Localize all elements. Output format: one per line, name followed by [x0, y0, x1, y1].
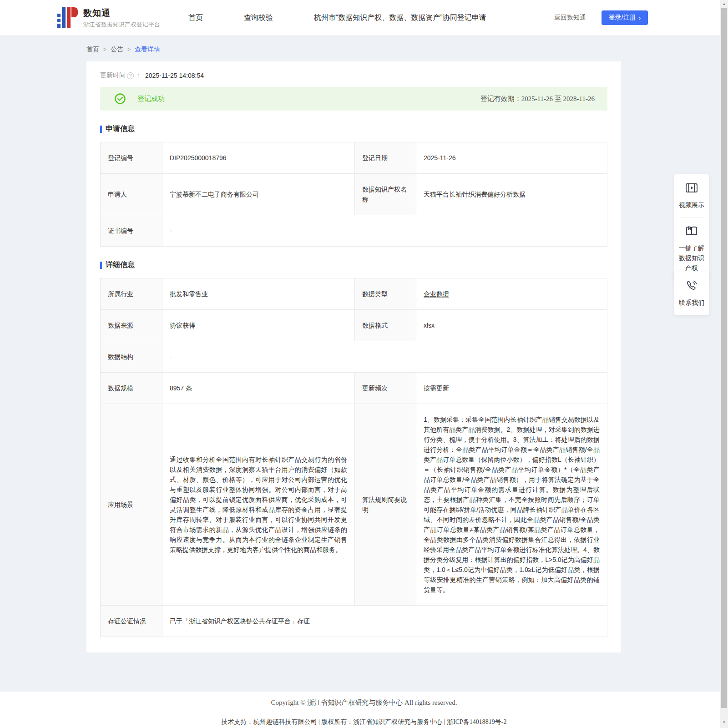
section-detail-info: 详细信息 [100, 260, 607, 270]
scenario-label: 应用场景 [101, 404, 162, 606]
data-source-label: 数据来源 [101, 310, 162, 341]
book-icon [685, 225, 698, 238]
table-row: 数据来源 协议获得 数据格式 xlsx [101, 310, 607, 341]
data-scale-value: 8957 条 [162, 373, 355, 404]
contact-us-button[interactable]: 联系我们 [677, 279, 706, 308]
logo[interactable]: 数知通 浙江省数据知识产权登记平台 [57, 7, 160, 29]
reg-no-value: DIP2025000018796 [162, 142, 355, 174]
breadcrumb-home[interactable]: 首页 [86, 46, 99, 54]
apply-info-table: 登记编号 DIP2025000018796 登记日期 2025-11-26 申请… [100, 142, 607, 247]
update-time-value: 2025-11-25 14:08:54 [145, 72, 204, 79]
data-structure-value: - [162, 341, 607, 373]
notary-value: 已于「浙江省知识产权区块链公共存证平台」存证 [162, 606, 607, 637]
data-type-value-cell: 企业数据 [416, 278, 607, 310]
video-icon [685, 182, 698, 194]
table-row: 存证公证情况 已于「浙江省知识产权区块链公共存证平台」存证 [101, 606, 607, 637]
update-time-row: 更新时间 ? ： 2025-11-25 14:08:54 [100, 71, 607, 80]
detail-info-table: 所属行业 批发和零售业 数据类型 企业数据 数据来源 协议获得 数据格式 xls… [100, 278, 607, 637]
nav-item-hangzhou-registration[interactable]: 杭州市“数据知识产权、数据、数据资产”协同登记申请 [314, 13, 486, 23]
scrollbar-up-arrow-icon[interactable]: ▲ [720, 0, 728, 8]
section-accent-bar [100, 262, 102, 269]
video-showcase-label: 视频展示 [677, 200, 706, 210]
industry-label: 所属行业 [101, 278, 162, 310]
contact-us-label: 联系我们 [677, 298, 706, 308]
top-navbar: 数知通 浙江省数据知识产权登记平台 首页 查询校验 杭州市“数据知识产权、数据、… [0, 0, 728, 35]
section-accent-bar [100, 126, 102, 133]
algorithm-value: 1、数据采集：采集全国范围内长袖针织产品销售交易数据以及其他所有品类产品消费数据… [416, 404, 607, 606]
algorithm-label: 算法规则简要说明 [355, 404, 416, 606]
vertical-scrollbar[interactable]: ▲ ▼ [720, 0, 728, 728]
data-format-value: xlsx [416, 310, 607, 341]
data-structure-label: 数据结构 [101, 341, 162, 373]
phone-icon [685, 279, 698, 292]
update-freq-value: 按需更新 [416, 373, 607, 404]
registration-status-banner: 登记成功 登记有效期：2025-11-26 至 2028-11-26 [100, 87, 607, 111]
table-row: 应用场景 通过收集和分析全国范围内有对长袖针织产品交易行为的省份以及相关消费数据… [101, 404, 607, 606]
table-row: 数据规模 8957 条 更新频次 按需更新 [101, 373, 607, 404]
login-register-button[interactable]: 登录/注册 › [602, 10, 648, 25]
copyright-text: Copyright © 浙江省知识产权研究与服务中心 All rights re… [0, 698, 728, 707]
reg-no-label: 登记编号 [101, 142, 162, 174]
divider [680, 217, 703, 217]
data-format-label: 数据格式 [355, 310, 416, 341]
breadcrumb-separator: > [103, 46, 106, 53]
status-text: 登记成功 [137, 95, 165, 103]
update-time-label: 更新时间 [100, 71, 126, 80]
nav-menu: 首页 查询校验 杭州市“数据知识产权、数据、数据资产”协同登记申请 [188, 13, 486, 23]
side-panel-contact: 联系我们 [674, 272, 709, 315]
side-panel-media: 视频展示 一键了解数据知识产权 [674, 174, 709, 280]
data-source-value: 协议获得 [162, 310, 355, 341]
dip-name-value: 天猫平台长袖针织消费偏好分析数据 [416, 174, 607, 215]
one-click-guide-label: 一键了解数据知识产权 [677, 243, 706, 273]
app-subtitle: 浙江省数据知识产权登记平台 [83, 21, 160, 29]
validity-period: 登记有效期：2025-11-26 至 2028-11-26 [480, 95, 595, 103]
reg-date-value: 2025-11-26 [416, 142, 607, 174]
table-row: 登记编号 DIP2025000018796 登记日期 2025-11-26 [101, 142, 607, 174]
update-freq-label: 更新频次 [355, 373, 416, 404]
scrollbar-down-arrow-icon[interactable]: ▼ [720, 718, 728, 726]
applicant-label: 申请人 [101, 174, 162, 215]
app-title: 数知通 [83, 7, 160, 19]
chevron-right-icon: › [639, 15, 641, 21]
back-to-shuzhitong-link[interactable]: 返回数知通 [554, 14, 586, 22]
breadcrumb-separator: > [127, 46, 131, 53]
scrollbar-thumb[interactable] [721, 8, 727, 708]
table-row: 申请人 宁波慕新不二电子商务有限公司 数据知识产权名称 天猫平台长袖针织消费偏好… [101, 174, 607, 215]
login-register-label: 登录/注册 [609, 14, 636, 22]
one-click-guide-button[interactable]: 一键了解数据知识产权 [677, 225, 706, 273]
nav-item-query[interactable]: 查询校验 [244, 13, 273, 23]
video-showcase-button[interactable]: 视频展示 [677, 182, 706, 210]
scenario-value: 通过收集和分析全国范围内有对长袖针织产品交易行为的省份以及相关消费数据，深度洞察… [162, 404, 355, 606]
table-row: 证书编号 - [101, 215, 607, 247]
support-text: 技术支持：杭州趣链科技有限公司 | 版权所有：浙江省知识产权研究与服务中心 | … [0, 718, 728, 726]
nav-item-home[interactable]: 首页 [188, 13, 203, 23]
breadcrumb-current: 查看详情 [135, 46, 160, 54]
update-time-colon: ： [135, 71, 142, 80]
page-footer: Copyright © 浙江省知识产权研究与服务中心 All rights re… [0, 692, 728, 728]
notary-label: 存证公证情况 [101, 606, 162, 637]
breadcrumb-announcement[interactable]: 公告 [111, 46, 123, 54]
dip-name-label: 数据知识产权名称 [355, 174, 416, 215]
data-type-label: 数据类型 [355, 278, 416, 310]
detail-card: 更新时间 ? ： 2025-11-25 14:08:54 登记成功 登记有效期：… [86, 61, 621, 652]
section-detail-title: 详细信息 [106, 260, 135, 270]
industry-value: 批发和零售业 [162, 278, 355, 310]
section-apply-title: 申请信息 [106, 124, 135, 134]
table-row: 所属行业 批发和零售业 数据类型 企业数据 [101, 278, 607, 310]
applicant-value: 宁波慕新不二电子商务有限公司 [162, 174, 355, 215]
help-question-icon[interactable]: ? [127, 72, 134, 79]
logo-icon [57, 7, 78, 28]
reg-date-label: 登记日期 [355, 142, 416, 174]
cert-no-value: - [162, 215, 607, 247]
cert-no-label: 证书编号 [101, 215, 162, 247]
breadcrumb: 首页 > 公告 > 查看详情 [86, 46, 160, 54]
success-check-icon [115, 93, 126, 104]
table-row: 数据结构 - [101, 341, 607, 373]
data-type-value[interactable]: 企业数据 [424, 290, 449, 298]
data-scale-label: 数据规模 [101, 373, 162, 404]
section-apply-info: 申请信息 [100, 124, 607, 134]
